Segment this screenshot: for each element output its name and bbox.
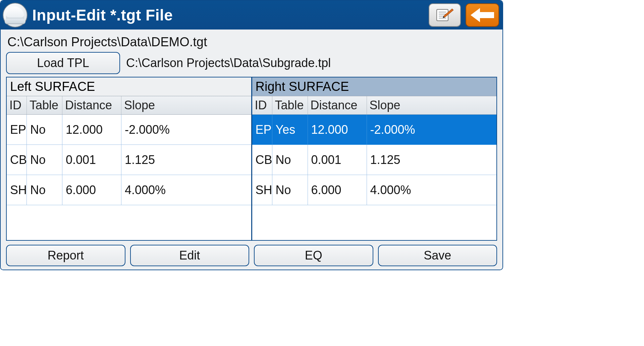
footer-buttons: Report Edit EQ Save <box>6 241 497 266</box>
load-tpl-button[interactable]: Load TPL <box>6 52 120 74</box>
cell-table: No <box>272 175 308 205</box>
table-row[interactable]: EPNo12.000-2.000% <box>7 115 251 145</box>
table-row[interactable]: SHNo6.0004.000% <box>7 175 251 205</box>
title-bar: Input-Edit *.tgt File <box>1 1 502 30</box>
cell-id: EP <box>252 115 272 145</box>
cell-table: No <box>27 145 62 175</box>
table-row[interactable]: EPYes12.000-2.000% <box>252 115 497 145</box>
cell-slope: -2.000% <box>367 115 497 145</box>
cell-slope: 1.125 <box>121 145 251 175</box>
save-button[interactable]: Save <box>378 245 497 266</box>
cell-id: SH <box>252 175 272 205</box>
col-id: ID <box>252 96 272 114</box>
edit-button[interactable]: Edit <box>130 245 250 266</box>
tgt-path: C:\Carlson Projects\Data\DEMO.tgt <box>6 33 497 52</box>
cell-table: No <box>27 175 62 205</box>
cell-distance: 0.001 <box>308 145 367 175</box>
cell-distance: 6.000 <box>308 175 367 205</box>
svg-marker-7 <box>471 8 494 22</box>
tpl-row: Load TPL C:\Carlson Projects\Data\Subgra… <box>6 52 497 74</box>
notes-button[interactable] <box>429 3 461 27</box>
cell-distance: 6.000 <box>62 175 121 205</box>
table-row[interactable]: SHNo6.0004.000% <box>252 175 497 205</box>
cell-table: No <box>272 145 308 175</box>
left-surface-title: Left SURFACE <box>7 77 251 96</box>
cell-slope: 1.125 <box>367 145 497 175</box>
cell-slope: 4.000% <box>367 175 497 205</box>
notepad-pencil-icon <box>435 7 454 23</box>
right-surface-title: Right SURFACE <box>252 77 497 96</box>
window-title: Input-Edit *.tgt File <box>32 6 424 24</box>
cell-slope: 4.000% <box>121 175 251 205</box>
col-table: Table <box>27 96 62 114</box>
right-surface-header: ID Table Distance Slope <box>252 96 497 115</box>
cell-slope: -2.000% <box>121 115 251 145</box>
report-button[interactable]: Report <box>6 245 125 266</box>
cell-id: CB <box>252 145 272 175</box>
back-button[interactable] <box>466 3 499 27</box>
cell-distance: 0.001 <box>62 145 121 175</box>
cell-distance: 12.000 <box>308 115 367 145</box>
col-distance: Distance <box>308 96 367 114</box>
cell-id: SH <box>7 175 27 205</box>
left-surface-body[interactable]: EPNo12.000-2.000%CBNo0.0011.125SHNo6.000… <box>7 115 251 240</box>
table-row[interactable]: CBNo0.0011.125 <box>7 145 251 175</box>
surfaces-container: Left SURFACE ID Table Distance Slope EPN… <box>6 77 497 241</box>
cell-distance: 12.000 <box>62 115 121 145</box>
cell-id: CB <box>7 145 27 175</box>
col-id: ID <box>7 96 27 114</box>
col-slope: Slope <box>367 96 497 114</box>
eq-button[interactable]: EQ <box>254 245 373 266</box>
tpl-path: C:\Carlson Projects\Data\Subgrade.tpl <box>126 56 331 70</box>
right-surface-panel: Right SURFACE ID Table Distance Slope EP… <box>252 77 497 241</box>
right-surface-body[interactable]: EPYes12.000-2.000%CBNo0.0011.125SHNo6.00… <box>252 115 497 240</box>
cell-table: Yes <box>272 115 308 145</box>
cell-id: EP <box>7 115 27 145</box>
left-surface-panel: Left SURFACE ID Table Distance Slope EPN… <box>6 77 252 241</box>
col-table: Table <box>272 96 308 114</box>
col-slope: Slope <box>121 96 251 114</box>
hardhat-icon <box>3 3 28 27</box>
table-row[interactable]: CBNo0.0011.125 <box>252 145 497 175</box>
cell-table: No <box>27 115 62 145</box>
left-surface-header: ID Table Distance Slope <box>7 96 251 115</box>
col-distance: Distance <box>62 96 121 114</box>
back-arrow-icon <box>471 7 494 23</box>
body-panel: C:\Carlson Projects\Data\DEMO.tgt Load T… <box>1 30 502 270</box>
